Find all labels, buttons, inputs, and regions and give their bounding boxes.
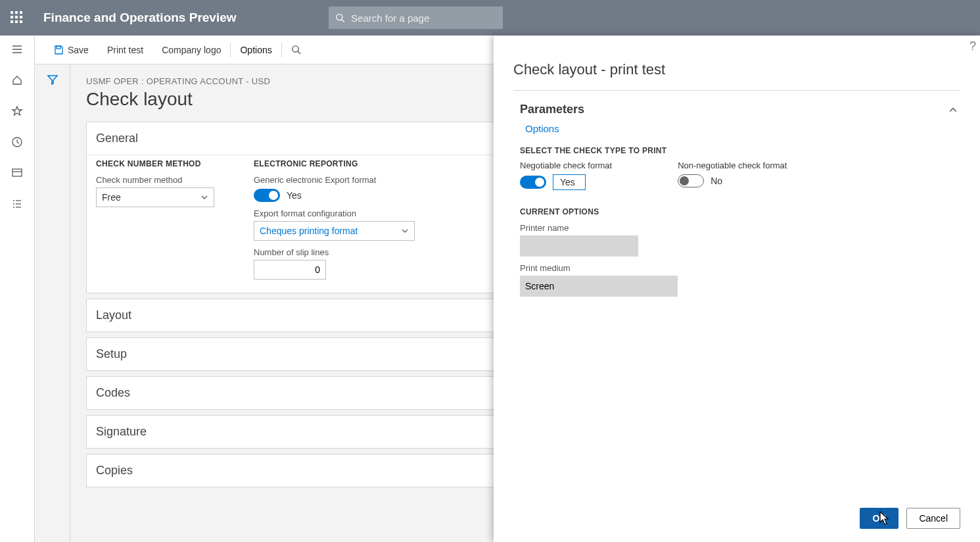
slip-lines-input[interactable] (254, 260, 326, 280)
slip-lines-label: Number of slip lines (254, 247, 415, 257)
current-options-title: CURRENT OPTIONS (520, 207, 960, 216)
ok-button[interactable]: OK (860, 508, 898, 529)
filter-icon[interactable] (47, 74, 58, 542)
side-rail (0, 36, 35, 542)
print-medium-input (520, 276, 678, 297)
non-negotiable-value: No (711, 176, 722, 186)
print-test-flyout: ? Check layout - print test Parameters O… (494, 36, 980, 542)
hamburger-icon[interactable] (11, 43, 23, 57)
save-button[interactable]: Save (44, 45, 98, 55)
app-title: Finance and Operations Preview (43, 11, 237, 25)
svg-point-15 (292, 46, 298, 52)
print-test-button[interactable]: Print test (98, 45, 152, 55)
toolbar-search-icon[interactable] (282, 45, 310, 55)
workspaces-icon[interactable] (11, 167, 23, 181)
group-check-number-method: CHECK NUMBER METHOD (96, 159, 214, 168)
export-format-select[interactable]: Cheques printing format (254, 221, 415, 241)
save-icon (53, 45, 64, 55)
chevron-down-icon (200, 193, 208, 201)
er-toggle-label: Generic electronic Export format (254, 175, 415, 185)
svg-line-1 (342, 20, 344, 22)
non-negotiable-toggle[interactable] (678, 174, 704, 187)
chevron-down-icon (401, 227, 409, 235)
options-link[interactable]: Options (525, 123, 559, 134)
check-number-method-label: Check number method (96, 175, 214, 185)
home-icon[interactable] (11, 74, 23, 88)
check-number-method-select[interactable]: Free (96, 187, 214, 207)
print-medium-label: Print medium (520, 263, 960, 273)
help-icon[interactable]: ? (969, 39, 976, 53)
app-launcher-icon[interactable] (11, 11, 24, 24)
check-number-method-value: Free (102, 192, 121, 203)
export-format-value: Cheques printing format (260, 226, 358, 236)
company-logo-button[interactable]: Company logo (152, 45, 230, 55)
non-negotiable-label: Non-negotiable check format (678, 160, 787, 170)
favorites-icon[interactable] (11, 105, 23, 119)
svg-line-16 (298, 51, 300, 54)
group-electronic-reporting: ELECTRONIC REPORTING (254, 159, 415, 168)
svg-rect-14 (57, 46, 60, 49)
printer-name-input (520, 235, 638, 257)
parameters-label: Parameters (520, 103, 584, 116)
recent-icon[interactable] (11, 136, 23, 150)
parameters-header[interactable]: Parameters (513, 100, 960, 123)
negotiable-value[interactable]: Yes (553, 174, 586, 190)
er-toggle-value: Yes (287, 190, 302, 201)
cancel-button[interactable]: Cancel (906, 508, 960, 529)
global-search[interactable] (329, 7, 503, 29)
svg-point-0 (336, 14, 342, 20)
search-icon (335, 12, 345, 23)
printer-name-label: Printer name (520, 223, 960, 233)
search-input[interactable] (350, 12, 496, 24)
modules-icon[interactable] (11, 198, 23, 212)
negotiable-toggle[interactable] (520, 176, 546, 189)
save-label: Save (68, 45, 89, 55)
options-button[interactable]: Options (231, 45, 281, 55)
negotiable-label: Negotiable check format (520, 160, 612, 170)
export-format-label: Export format configuration (254, 209, 415, 218)
er-toggle[interactable] (254, 189, 280, 202)
chevron-up-icon (948, 105, 958, 114)
svg-rect-6 (12, 169, 22, 176)
select-check-type-title: SELECT THE CHECK TYPE TO PRINT (520, 146, 960, 155)
flyout-title: Check layout - print test (513, 61, 960, 78)
